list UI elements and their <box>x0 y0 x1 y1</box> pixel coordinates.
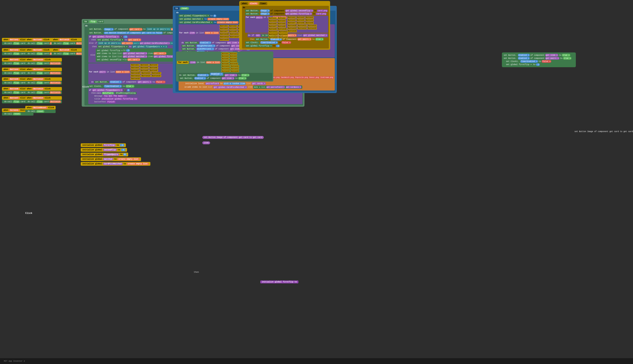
block-editor-canvas: when Button1 Click do call flip card But… <box>0 0 633 364</box>
do-label: do <box>4 42 7 44</box>
global-flippedpairs[interactable]: initialize global flippedpairs to 0 <box>81 153 128 156</box>
flip-label: flip <box>13 42 20 45</box>
button11-event[interactable]: when Button11 Click do call flip card Bu… <box>25 68 62 75</box>
item-blocks: set Button Image of component get card t… <box>202 136 264 144</box>
of-component-label: set Button Image of component get card t… <box>574 130 633 133</box>
button1-label: Button1 <box>9 38 20 41</box>
then-label: then <box>194 271 199 273</box>
click-label-center: Click <box>83 86 89 88</box>
global-cardpicsmatched[interactable]: initialize global CardPicsMatched to cre… <box>81 162 150 166</box>
foreach-item-procedure[interactable]: for each item in list make a list Button… <box>176 52 273 82</box>
when-label: when <box>4 39 8 41</box>
button10-event[interactable]: when Button10 Click do call flip card Bu… <box>25 58 62 65</box>
congratulations-label: initialize global firstflip to <box>260 281 298 283</box>
global-secondflip[interactable]: initialize global secondflip to -1 <box>81 148 127 152</box>
button14-event[interactable]: when Button14 Click do call flip card Bu… <box>25 96 62 103</box>
call-label: call <box>8 42 12 44</box>
right-button-list: Button1 Button2 Button3 Button4 Button5 … <box>269 17 292 38</box>
buttonreset-event[interactable]: when ButtonReset Click do call reset <box>25 106 56 113</box>
timer-reset-right[interactable]: set Button. Enabled ▾ of component get i… <box>502 52 576 67</box>
status-bar: MIT App Inventor 2 <box>0 358 633 364</box>
button12-event[interactable]: when Button12 Click do call flip card Bu… <box>25 77 62 84</box>
global-matched[interactable]: initialize global matched to create empt… <box>81 157 141 161</box>
enabled-label: Enabled ▾ <box>210 73 223 75</box>
click-instruction: Click <box>25 212 32 215</box>
button13-event[interactable]: when Button13 Click do call flip card Bu… <box>25 87 62 94</box>
global-firstflip[interactable]: initialize global firstflip to -1 <box>81 143 126 147</box>
